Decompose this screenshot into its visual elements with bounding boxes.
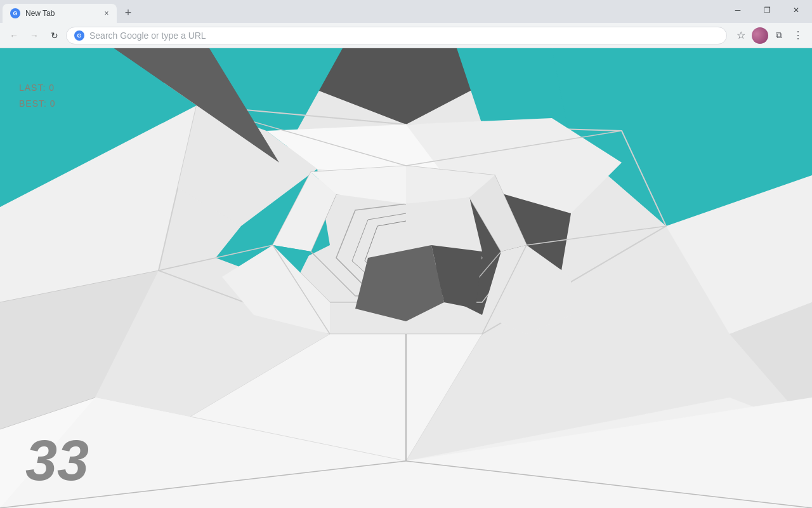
toolbar-icons: ☆ ⧉ ⋮: [732, 27, 807, 44]
close-tab-button[interactable]: ×: [102, 8, 112, 18]
game-scene: [0, 48, 812, 508]
url-placeholder: Search Google or type a URL: [89, 30, 206, 41]
google-favicon: G: [74, 30, 84, 41]
bookmark-button[interactable]: ☆: [732, 27, 750, 44]
extensions-button[interactable]: ⧉: [770, 27, 788, 44]
tab-bar: G New Tab × + ─ ❐ ✕: [0, 0, 812, 23]
url-bar[interactable]: G Search Google or type a URL: [66, 27, 727, 44]
tab-favicon: G: [10, 8, 20, 18]
close-window-button[interactable]: ✕: [782, 0, 811, 20]
new-tab-button[interactable]: +: [119, 4, 137, 22]
menu-button[interactable]: ⋮: [789, 27, 807, 44]
last-score: LAST: 0: [19, 80, 56, 96]
game-content[interactable]: LAST: 0 BEST: 0 33: [0, 48, 812, 508]
large-number: 33: [25, 432, 89, 489]
window-controls: ─ ❐ ✕: [723, 0, 811, 20]
active-tab[interactable]: G New Tab ×: [3, 4, 117, 23]
minimize-button[interactable]: ─: [723, 0, 752, 20]
tab-title: New Tab: [25, 9, 96, 18]
address-bar: ← → ↻ G Search Google or type a URL ☆ ⧉ …: [0, 23, 812, 48]
forward-button[interactable]: →: [25, 27, 43, 44]
profile-button[interactable]: [751, 27, 769, 44]
maximize-button[interactable]: ❐: [752, 0, 782, 20]
back-button[interactable]: ←: [5, 27, 23, 44]
best-score: BEST: 0: [19, 96, 56, 112]
reload-button[interactable]: ↻: [46, 27, 63, 44]
score-overlay: LAST: 0 BEST: 0: [19, 80, 56, 112]
browser-frame: G New Tab × + ─ ❐ ✕ ← → ↻ G Search Googl…: [0, 0, 812, 508]
profile-avatar: [752, 27, 768, 44]
